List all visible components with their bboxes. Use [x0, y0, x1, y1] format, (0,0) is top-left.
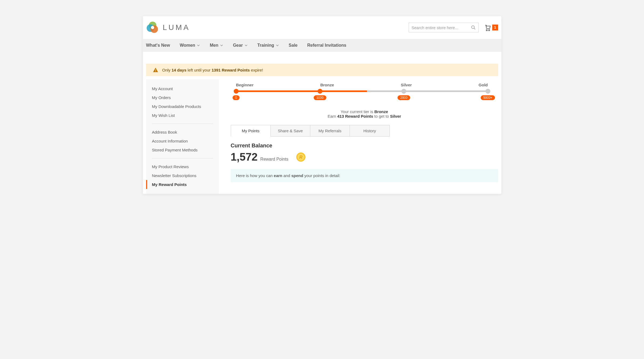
nav-item-what-s-new[interactable]: What's New	[146, 43, 170, 48]
rewards-tabs: My PointsShare & SaveMy ReferralsHistory	[231, 125, 390, 137]
tier-marker-silver	[401, 89, 406, 94]
balance-value: 1,572	[231, 151, 258, 163]
sidebar-item-account-information[interactable]: Account Information	[146, 137, 219, 145]
header: LUMA 1	[143, 16, 501, 39]
sidebar-item-my-reward-points[interactable]: My Reward Points	[146, 180, 219, 189]
tier-label-silver: Silver	[401, 83, 412, 87]
main-nav: What's NewWomenMenGearTrainingSaleReferr…	[143, 39, 501, 52]
nav-item-men[interactable]: Men	[210, 43, 223, 48]
logo-icon	[146, 21, 159, 34]
tier-track: BeginnerBronzeSilverGold 0100020005000+	[231, 83, 493, 101]
tier-label-beginner: Beginner	[236, 83, 254, 87]
nav-item-women[interactable]: Women	[180, 43, 200, 48]
sidebar-item-my-downloadable-products[interactable]: My Downloadable Products	[146, 102, 219, 111]
tab-my-referrals[interactable]: My Referrals	[310, 125, 350, 137]
cart[interactable]: 1	[484, 24, 498, 31]
tier-marker-gold	[485, 89, 490, 94]
tab-my-points[interactable]: My Points	[231, 125, 271, 137]
sidebar-item-my-product-reviews[interactable]: My Product Reviews	[146, 162, 219, 171]
chevron-down-icon	[276, 44, 279, 47]
tier-progress-fill	[236, 90, 367, 92]
tier-marker-bronze	[318, 89, 322, 94]
tab-share-save[interactable]: Share & Save	[270, 125, 310, 137]
sidebar-divider	[152, 124, 213, 124]
tier-label-bronze: Bronze	[320, 83, 334, 87]
sidebar-item-address-book[interactable]: Address Book	[146, 128, 219, 137]
tier-marker-beginner	[234, 89, 239, 94]
info-banner: Here is how you can earn and spend your …	[231, 169, 498, 182]
content: My AccountMy OrdersMy Downloadable Produ…	[143, 76, 501, 194]
tier-status: Your current tier is Bronze Earn 413 Rew…	[231, 109, 498, 118]
search-box[interactable]	[409, 23, 479, 32]
search-input[interactable]	[412, 25, 471, 30]
coin-icon: R	[296, 152, 306, 162]
tier-value-beginner: 0	[232, 95, 240, 100]
svg-rect-6	[155, 69, 156, 71]
tier-label-gold: Gold	[478, 83, 488, 87]
balance-row: 1,572 Reward Points R	[231, 151, 498, 163]
chevron-down-icon	[244, 44, 248, 47]
logo-text: LUMA	[163, 23, 190, 32]
nav-item-referral-invitations[interactable]: Referral Invitations	[307, 43, 346, 48]
cart-count-badge: 1	[492, 25, 498, 31]
balance-unit: Reward Points	[260, 157, 288, 162]
nav-item-training[interactable]: Training	[257, 43, 279, 48]
tab-history[interactable]: History	[350, 125, 390, 137]
cart-icon	[484, 24, 491, 31]
chevron-down-icon	[197, 44, 200, 47]
chevron-down-icon	[220, 44, 223, 47]
sidebar-item-newsletter-subscriptions[interactable]: Newsletter Subscriptions	[146, 171, 219, 180]
tier-progress-bar	[236, 90, 488, 92]
nav-item-sale[interactable]: Sale	[289, 43, 298, 48]
sidebar-item-my-wish-list[interactable]: My Wish List	[146, 111, 219, 120]
expiry-alert: Only 14 days left until your 1391 Reward…	[146, 64, 498, 76]
tier-value-silver: 2000	[398, 95, 410, 100]
sidebar-item-my-orders[interactable]: My Orders	[146, 93, 219, 102]
search-icon[interactable]	[471, 25, 476, 30]
tier-value-gold: 5000+	[481, 95, 495, 100]
svg-rect-7	[155, 71, 156, 72]
sidebar-divider	[152, 158, 213, 158]
sidebar-item-my-account[interactable]: My Account	[146, 84, 219, 93]
nav-item-gear[interactable]: Gear	[233, 43, 247, 48]
svg-text:R: R	[299, 155, 302, 160]
logo[interactable]: LUMA	[146, 21, 190, 34]
tier-value-bronze: 1000	[314, 95, 326, 100]
warning-icon	[153, 67, 159, 73]
rewards-panel: BeginnerBronzeSilverGold 0100020005000+ …	[231, 79, 498, 194]
app-window: LUMA 1 What's NewWomenMenGearTrainingSal…	[143, 16, 501, 194]
balance-heading: Current Balance	[231, 143, 498, 149]
account-sidebar: My AccountMy OrdersMy Downloadable Produ…	[146, 79, 219, 194]
svg-point-3	[151, 26, 154, 29]
alert-text: Only 14 days left until your 1391 Reward…	[162, 68, 263, 72]
sidebar-item-stored-payment-methods[interactable]: Stored Payment Methods	[146, 145, 219, 154]
svg-point-4	[471, 26, 474, 29]
svg-line-5	[474, 28, 475, 29]
